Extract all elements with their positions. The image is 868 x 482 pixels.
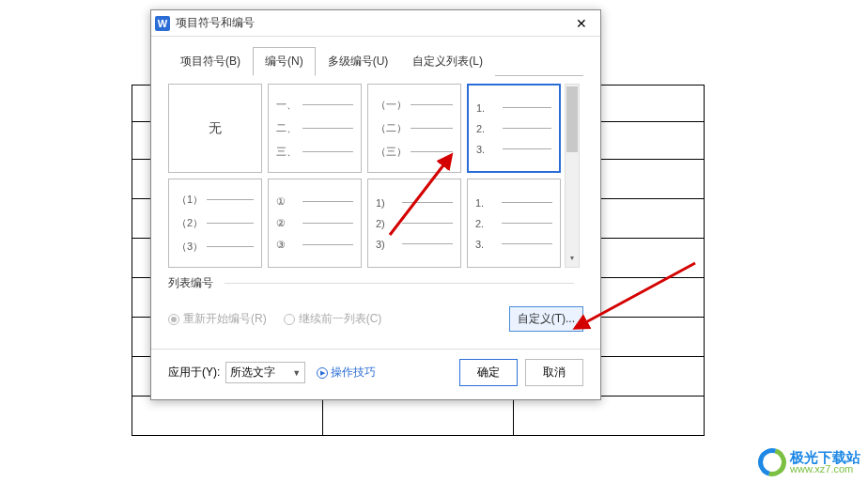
tab-customlist[interactable]: 自定义列表(L) bbox=[400, 47, 495, 76]
ok-button[interactable]: 确定 bbox=[459, 359, 518, 386]
list-number-section-label: 列表编号 bbox=[151, 272, 600, 293]
tab-numbers[interactable]: 编号(N) bbox=[253, 47, 316, 76]
tab-bullets[interactable]: 项目符号(B) bbox=[168, 47, 253, 76]
radio-restart-numbering[interactable]: 重新开始编号(R) bbox=[168, 311, 267, 327]
play-icon: ▶ bbox=[317, 367, 328, 379]
close-button[interactable]: ✕ bbox=[563, 10, 600, 37]
style-arabic-closeparen[interactable]: 1) 2) 3) bbox=[367, 179, 461, 268]
watermark-url: www.xz7.com bbox=[790, 464, 860, 474]
watermark: 极光下载站 www.xz7.com bbox=[758, 448, 860, 476]
scroll-down-icon[interactable]: ▾ bbox=[566, 254, 579, 267]
tab-multilevel[interactable]: 多级编号(U) bbox=[316, 47, 401, 76]
apply-to-select[interactable]: 所选文字 ▼ bbox=[225, 362, 305, 383]
bottom-bar: 应用于(Y): 所选文字 ▼ ▶ 操作技巧 确定 取消 bbox=[151, 350, 600, 399]
chevron-down-icon: ▼ bbox=[292, 368, 301, 378]
style-arabic-dot-alt[interactable]: 1. 2. 3. bbox=[467, 179, 561, 268]
titlebar: W 项目符号和编号 ✕ bbox=[151, 10, 600, 37]
radio-icon bbox=[168, 314, 179, 325]
style-chinese-dot[interactable]: 一、 二、 三、 bbox=[268, 84, 362, 173]
cancel-button[interactable]: 取消 bbox=[525, 359, 583, 386]
help-link[interactable]: ▶ 操作技巧 bbox=[317, 365, 376, 381]
style-none[interactable]: 无 bbox=[168, 84, 262, 173]
style-scrollbar[interactable]: ▾ bbox=[565, 84, 580, 268]
style-circled[interactable]: ① ② ③ bbox=[268, 179, 362, 268]
watermark-logo-icon bbox=[758, 448, 786, 476]
watermark-name: 极光下载站 bbox=[790, 450, 860, 464]
radio-icon bbox=[284, 314, 295, 325]
number-style-grid: 无 一、 二、 三、 （一） （二） （三） 1. 2. 3. （1） （2） … bbox=[151, 76, 600, 272]
radio-continue-previous[interactable]: 继续前一列表(C) bbox=[284, 311, 382, 327]
app-icon: W bbox=[155, 16, 170, 31]
apply-to-label: 应用于(Y): bbox=[168, 365, 220, 381]
list-number-radios: 重新开始编号(R) 继续前一列表(C) 自定义(T)... bbox=[151, 293, 600, 345]
dialog-title: 项目符号和编号 bbox=[176, 15, 255, 31]
scrollbar-thumb[interactable] bbox=[566, 86, 578, 152]
style-chinese-paren[interactable]: （一） （二） （三） bbox=[367, 84, 461, 173]
bullets-numbering-dialog: W 项目符号和编号 ✕ 项目符号(B) 编号(N) 多级编号(U) 自定义列表(… bbox=[150, 9, 601, 400]
style-arabic-paren[interactable]: （1） （2） （3） bbox=[168, 179, 262, 268]
customize-button[interactable]: 自定义(T)... bbox=[509, 306, 583, 332]
tabs: 项目符号(B) 编号(N) 多级编号(U) 自定义列表(L) bbox=[151, 37, 600, 75]
style-arabic-dot[interactable]: 1. 2. 3. bbox=[467, 84, 561, 173]
